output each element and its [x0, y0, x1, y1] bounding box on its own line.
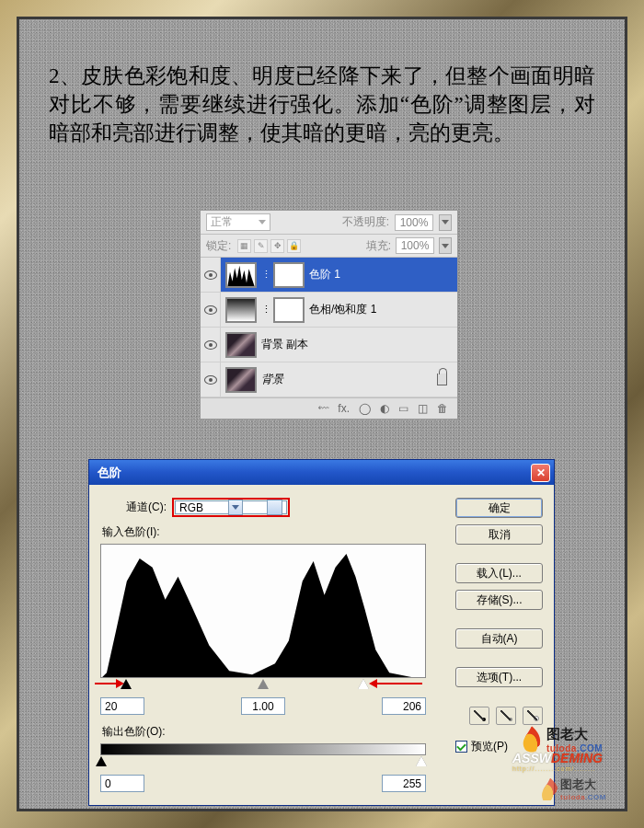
dialog-left-column: 通道(C): RGB 输入色阶(I):	[100, 498, 446, 792]
visibility-toggle[interactable]	[201, 258, 221, 292]
visibility-toggle[interactable]	[201, 362, 221, 397]
lock-icons-group: ▦ ✎ ✥ 🔒	[237, 239, 301, 253]
preview-label: 预览(P)	[471, 739, 508, 754]
mask-thumb-icon	[273, 262, 305, 288]
eyedropper-gray-icon[interactable]	[496, 707, 516, 725]
input-levels-label: 输入色阶(I):	[102, 524, 446, 540]
layer-list: ⋮ 色阶 1 ⋮ 色相/饱和度 1	[201, 258, 457, 397]
layer-name: 背景	[261, 372, 432, 387]
spacer	[455, 655, 543, 661]
output-white-field[interactable]: 255	[382, 775, 426, 792]
layers-panel-header1: 正常 不透明度: 100%	[201, 211, 457, 235]
layer-row-bgcopy[interactable]: 背景 副本	[201, 328, 457, 362]
spacer	[455, 551, 543, 557]
save-button[interactable]: 存储(S)...	[455, 590, 543, 610]
input-gamma-field[interactable]: 1.00	[241, 697, 285, 715]
channel-select-highlight: RGB	[172, 498, 290, 517]
eye-icon	[204, 375, 217, 385]
fx-icon[interactable]: fx.	[338, 402, 350, 415]
lock-label: 锁定:	[206, 238, 231, 254]
output-black-slider[interactable]	[96, 756, 107, 766]
black-point-slider[interactable]	[121, 679, 132, 689]
blend-mode-select[interactable]: 正常	[206, 213, 270, 231]
eye-icon	[204, 340, 217, 350]
watermark-tuloda: 图老大 tuloda.COM	[521, 726, 603, 753]
watermark-en-2: tuloda.COM	[560, 793, 606, 801]
channel-row: 通道(C): RGB	[100, 498, 446, 517]
fill-flyout-icon[interactable]	[439, 237, 452, 254]
input-values-row: 20 1.00 206	[100, 697, 426, 715]
load-button[interactable]: 载入(L)...	[455, 563, 543, 583]
annotation-arrow-left	[95, 683, 117, 684]
channel-select[interactable]: RGB	[175, 500, 287, 514]
mask-icon[interactable]: ◯	[359, 402, 371, 415]
image-thumb-icon	[225, 367, 257, 393]
layers-panel-header2: 锁定: ▦ ✎ ✥ 🔒 填充: 100%	[201, 235, 457, 258]
spacer	[455, 616, 543, 622]
fill-field[interactable]: 100%	[396, 237, 434, 254]
dialog-titlebar[interactable]: 色阶 ✕	[89, 460, 554, 485]
inner-frame: 2、皮肤色彩饱和度、明度已经降下来了，但整个画面明暗对比不够，需要继续进行强化。…	[17, 17, 627, 811]
channel-label: 通道(C):	[126, 500, 167, 515]
opacity-flyout-icon[interactable]	[439, 214, 452, 231]
histogram[interactable]	[100, 544, 426, 678]
visibility-toggle[interactable]	[201, 293, 221, 327]
layer-row-huesat[interactable]: ⋮ 色相/饱和度 1	[201, 293, 457, 328]
watermark-cn-2: 图老大	[560, 776, 606, 793]
dialog-body: 通道(C): RGB 输入色阶(I):	[89, 485, 554, 805]
trash-icon[interactable]: 🗑	[437, 402, 448, 415]
eyedropper-group	[455, 707, 543, 725]
gamma-slider[interactable]	[258, 679, 269, 689]
content-area: 2、皮肤色彩饱和度、明度已经降下来了，但整个画面明暗对比不够，需要继续进行强化。…	[19, 19, 625, 147]
layers-panel-toolbar: ⬳ fx. ◯ ◐ ▭ ◫ 🗑	[201, 397, 457, 419]
levels-thumb-icon	[225, 262, 257, 288]
link-icon: ⋮	[261, 269, 269, 281]
auto-button[interactable]: 自动(A)	[455, 628, 543, 649]
output-gradient[interactable]	[100, 743, 426, 755]
output-black-field[interactable]: 0	[100, 775, 144, 792]
eyedropper-white-icon[interactable]	[523, 707, 543, 725]
watermark-cn: 图老大	[546, 726, 603, 743]
white-point-slider[interactable]	[358, 679, 369, 689]
watermark-sub: http://........com/........	[512, 765, 603, 772]
output-slider-track[interactable]	[100, 756, 426, 769]
lock-position-icon[interactable]: ✥	[270, 239, 284, 253]
instruction-text: 2、皮肤色彩饱和度、明度已经降下来了，但整个画面明暗对比不够，需要继续进行强化。…	[49, 62, 595, 147]
output-levels-label: 输出色阶(O):	[102, 724, 446, 740]
lock-icon	[437, 374, 447, 385]
eye-icon	[204, 270, 217, 280]
adjustment-icon[interactable]: ◐	[380, 402, 389, 415]
close-button[interactable]: ✕	[531, 464, 550, 482]
lock-pixels-icon[interactable]: ✎	[254, 239, 268, 253]
eye-icon	[204, 305, 217, 315]
checkbox-checked-icon[interactable]	[455, 741, 467, 753]
page-frame: 2、皮肤色彩饱和度、明度已经降下来了，但整个画面明暗对比不够，需要继续进行强化。…	[0, 0, 644, 828]
eyedropper-black-icon[interactable]	[469, 707, 489, 725]
output-white-slider[interactable]	[416, 756, 427, 766]
link-icon: ⋮	[261, 304, 269, 316]
ok-button[interactable]: 确定	[455, 498, 543, 518]
lock-transparency-icon[interactable]: ▦	[237, 239, 251, 253]
watermark-assw: ASSWDEMING http://........com/........	[512, 751, 603, 772]
layer-row-levels[interactable]: ⋮ 色阶 1	[201, 258, 457, 293]
image-thumb-icon	[225, 332, 257, 358]
layer-name: 色相/饱和度 1	[309, 302, 453, 317]
input-white-field[interactable]: 206	[382, 697, 426, 715]
dialog-title: 色阶	[98, 465, 531, 481]
layer-name: 背景 副本	[261, 337, 453, 352]
link-layers-icon[interactable]: ⬳	[317, 402, 328, 415]
annotation-arrow-right	[376, 683, 422, 684]
levels-dialog: 色阶 ✕ 通道(C): RGB 输入色阶(I):	[88, 459, 555, 806]
visibility-toggle[interactable]	[201, 328, 221, 362]
options-button[interactable]: 选项(T)...	[455, 667, 543, 687]
layer-row-bg[interactable]: 背景	[201, 362, 457, 397]
flame-icon	[521, 726, 543, 753]
input-slider-track[interactable]	[100, 679, 426, 692]
opacity-field[interactable]: 100%	[395, 214, 433, 231]
new-layer-icon[interactable]: ◫	[418, 402, 428, 415]
cancel-button[interactable]: 取消	[455, 524, 543, 545]
lock-all-icon[interactable]: 🔒	[287, 239, 301, 253]
input-black-field[interactable]: 20	[100, 697, 144, 715]
folder-icon[interactable]: ▭	[398, 402, 408, 415]
mask-thumb-icon	[273, 297, 305, 323]
